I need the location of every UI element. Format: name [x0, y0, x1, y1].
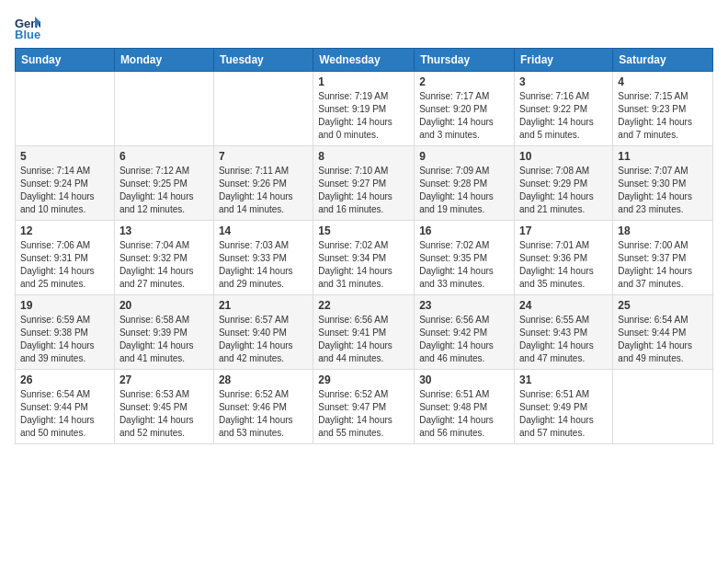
day-number: 30 — [419, 373, 509, 386]
cell-text: Daylight: 14 hours — [318, 339, 409, 352]
cell-text: Sunset: 9:24 PM — [20, 178, 109, 190]
cell-text: Sunset: 9:45 PM — [119, 401, 209, 414]
cell-text: and 47 minutes. — [519, 352, 608, 365]
page-header: General Blue — [15, 15, 713, 40]
cell-text: Sunrise: 6:56 AM — [318, 314, 409, 327]
calendar-cell: 25Sunrise: 6:54 AMSunset: 9:44 PMDayligh… — [613, 295, 713, 370]
cell-text: Daylight: 14 hours — [318, 116, 409, 129]
cell-text: Sunrise: 7:03 AM — [219, 239, 308, 252]
cell-text: Sunset: 9:36 PM — [519, 252, 608, 265]
cell-text: Sunrise: 7:19 AM — [318, 90, 409, 103]
cell-text: and 10 minutes. — [20, 203, 109, 216]
day-number: 25 — [618, 299, 708, 312]
cell-text: Daylight: 14 hours — [219, 265, 308, 278]
cell-text: Sunrise: 6:53 AM — [119, 388, 209, 401]
cell-text: and 55 minutes. — [318, 427, 409, 440]
calendar-cell: 30Sunrise: 6:51 AMSunset: 9:48 PMDayligh… — [415, 370, 515, 444]
cell-text: Sunrise: 7:17 AM — [419, 90, 509, 103]
cell-text: and 56 minutes. — [419, 427, 509, 440]
day-number: 3 — [519, 75, 608, 88]
cell-text: and 25 minutes. — [20, 278, 109, 291]
cell-text: and 3 minutes. — [419, 129, 509, 142]
cell-text: Sunrise: 6:51 AM — [419, 388, 509, 401]
cell-text: and 53 minutes. — [219, 427, 308, 440]
day-number: 13 — [119, 224, 209, 237]
cell-text: Daylight: 14 hours — [119, 339, 209, 352]
cell-text: Sunset: 9:49 PM — [519, 401, 608, 414]
day-number: 29 — [318, 373, 409, 386]
cell-text: Sunset: 9:33 PM — [219, 252, 308, 265]
calendar-cell: 1Sunrise: 7:19 AMSunset: 9:19 PMDaylight… — [313, 72, 415, 146]
cell-text: Sunset: 9:22 PM — [519, 103, 608, 116]
calendar-cell: 31Sunrise: 6:51 AMSunset: 9:49 PMDayligh… — [515, 370, 613, 444]
cell-text: and 31 minutes. — [318, 278, 409, 291]
cell-text: Sunrise: 7:11 AM — [219, 165, 308, 178]
cell-text: Daylight: 14 hours — [119, 414, 209, 427]
logo-icon: General Blue — [15, 15, 40, 40]
calendar-cell: 29Sunrise: 6:52 AMSunset: 9:47 PMDayligh… — [313, 370, 415, 444]
cell-text: Daylight: 14 hours — [219, 414, 308, 427]
calendar-cell: 20Sunrise: 6:58 AMSunset: 9:39 PMDayligh… — [114, 295, 213, 370]
cell-text: and 39 minutes. — [20, 352, 109, 365]
cell-text: Sunset: 9:44 PM — [618, 327, 708, 339]
cell-text: Daylight: 14 hours — [519, 339, 608, 352]
cell-text: Sunrise: 6:52 AM — [219, 388, 308, 401]
cell-text: Sunrise: 7:12 AM — [119, 165, 209, 178]
cell-text: Daylight: 14 hours — [119, 190, 209, 203]
cell-text: and 29 minutes. — [219, 278, 308, 291]
day-header-tuesday: Tuesday — [213, 49, 313, 72]
cell-text: Sunset: 9:41 PM — [318, 327, 409, 339]
cell-text: Sunset: 9:42 PM — [419, 327, 509, 339]
day-number: 16 — [419, 224, 509, 237]
cell-text: Daylight: 14 hours — [618, 190, 708, 203]
cell-text: Daylight: 14 hours — [419, 339, 509, 352]
cell-text: and 16 minutes. — [318, 203, 409, 216]
cell-text: and 19 minutes. — [419, 203, 509, 216]
day-number: 31 — [519, 373, 608, 386]
cell-text: and 49 minutes. — [618, 352, 708, 365]
cell-text: Sunrise: 6:57 AM — [219, 314, 308, 327]
day-number: 28 — [219, 373, 308, 386]
day-header-monday: Monday — [114, 49, 213, 72]
cell-text: Sunset: 9:30 PM — [618, 178, 708, 190]
cell-text: and 37 minutes. — [618, 278, 708, 291]
day-number: 12 — [20, 224, 109, 237]
cell-text: and 14 minutes. — [219, 203, 308, 216]
calendar-week-row: 1Sunrise: 7:19 AMSunset: 9:19 PMDaylight… — [16, 72, 713, 146]
calendar-cell: 21Sunrise: 6:57 AMSunset: 9:40 PMDayligh… — [213, 295, 313, 370]
cell-text: Sunset: 9:44 PM — [20, 401, 109, 414]
day-number: 22 — [318, 299, 409, 312]
cell-text: and 7 minutes. — [618, 129, 708, 142]
cell-text: Daylight: 14 hours — [419, 116, 509, 129]
cell-text: Sunrise: 6:55 AM — [519, 314, 608, 327]
calendar-cell: 28Sunrise: 6:52 AMSunset: 9:46 PMDayligh… — [213, 370, 313, 444]
day-number: 24 — [519, 299, 608, 312]
day-number: 8 — [318, 150, 409, 163]
cell-text: Daylight: 14 hours — [618, 339, 708, 352]
day-number: 6 — [119, 150, 209, 163]
cell-text: Daylight: 14 hours — [119, 265, 209, 278]
cell-text: and 33 minutes. — [419, 278, 509, 291]
cell-text: Sunrise: 6:56 AM — [419, 314, 509, 327]
cell-text: Sunrise: 6:54 AM — [618, 314, 708, 327]
cell-text: Daylight: 14 hours — [419, 265, 509, 278]
calendar-cell: 15Sunrise: 7:02 AMSunset: 9:34 PMDayligh… — [313, 221, 415, 295]
calendar-table: SundayMondayTuesdayWednesdayThursdayFrid… — [15, 48, 713, 444]
cell-text: and 50 minutes. — [20, 427, 109, 440]
cell-text: Sunrise: 7:01 AM — [519, 239, 608, 252]
logo: General Blue — [15, 15, 44, 40]
cell-text: and 27 minutes. — [119, 278, 209, 291]
calendar-cell: 12Sunrise: 7:06 AMSunset: 9:31 PMDayligh… — [16, 221, 115, 295]
cell-text: Daylight: 14 hours — [20, 339, 109, 352]
day-number: 23 — [419, 299, 509, 312]
cell-text: and 23 minutes. — [618, 203, 708, 216]
cell-text: Sunset: 9:37 PM — [618, 252, 708, 265]
cell-text: Sunset: 9:31 PM — [20, 252, 109, 265]
cell-text: Sunset: 9:34 PM — [318, 252, 409, 265]
cell-text: Sunset: 9:46 PM — [219, 401, 308, 414]
cell-text: Daylight: 14 hours — [419, 190, 509, 203]
cell-text: Sunrise: 7:02 AM — [419, 239, 509, 252]
calendar-cell: 11Sunrise: 7:07 AMSunset: 9:30 PMDayligh… — [613, 146, 713, 221]
cell-text: Sunset: 9:47 PM — [318, 401, 409, 414]
day-header-friday: Friday — [515, 49, 613, 72]
